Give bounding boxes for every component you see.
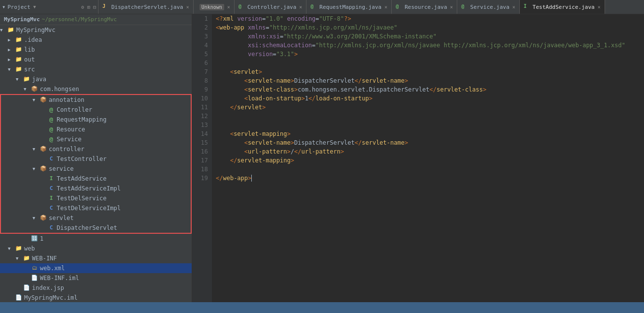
annotation-icon: @ <box>238 3 245 10</box>
code-line-15: <servlet-name>DispatcherServlet</servlet… <box>216 138 644 147</box>
package-icon: 📦 <box>39 214 47 222</box>
code-line-11: </servlet> <box>216 103 644 112</box>
tree-label: Controller <box>57 106 92 113</box>
package-icon: 📦 <box>39 165 47 173</box>
status-bar <box>0 302 644 313</box>
class-icon: C <box>47 224 55 232</box>
tab-close-icon[interactable]: × <box>186 4 189 10</box>
annotation-class-icon: @ <box>47 135 55 143</box>
tree-node-dispatcherservlet[interactable]: C DispatcherServlet <box>1 223 191 233</box>
annotation-class-icon: @ <box>47 106 55 114</box>
tab-unknown[interactable]: Unknown × <box>194 0 235 14</box>
tree-label: out <box>24 56 35 63</box>
tree-node-resource[interactable]: @ Resource <box>1 125 191 134</box>
tree-node-1[interactable]: 🔢 1 <box>0 234 192 244</box>
tree-node-idea[interactable]: ▶ 📁 .idea <box>0 35 192 45</box>
arrow-icon: ▼ <box>33 97 39 102</box>
tree-node-myspringmvc-iml[interactable]: 📄 MySpringMvc.iml <box>0 293 192 302</box>
tree-label: TestDelServiceImpl <box>57 205 121 212</box>
tab-test-add-service[interactable]: I TestAddService.java × <box>520 0 605 14</box>
java-icon: J <box>102 3 109 10</box>
tab-close-icon[interactable]: × <box>450 4 453 10</box>
code-line-3: xmlns:xsi="http://www.w3.org/2001/XMLSch… <box>216 32 644 41</box>
tab-close-icon[interactable]: × <box>227 4 230 10</box>
interface-icon: I <box>47 175 55 183</box>
tree-label: RequestMapping <box>57 116 106 123</box>
tree-node-web-inf-iml[interactable]: 📄 WEB-INF.iml <box>0 273 192 283</box>
code-line-16: <url-pattern>/</url-pattern> <box>216 147 644 156</box>
code-line-4: xsi:schemaLocation="http://xmlns.jcp.org… <box>216 41 644 50</box>
tree-node-java[interactable]: ▼ 📁 java <box>0 74 192 84</box>
tab-label: Controller.java <box>247 4 296 10</box>
tree-node-controller-cls[interactable]: @ Controller <box>1 105 191 115</box>
arrow-icon: ▶ <box>8 57 15 62</box>
tree-node-testaddservice[interactable]: I TestAddService <box>1 174 191 184</box>
tree-node-testdelservice[interactable]: I TestDelService <box>1 193 191 203</box>
tree-node-annotation[interactable]: ▼ 📦 annotation <box>1 95 191 105</box>
tree-node-testdelserviceimpl[interactable]: C TestDelServiceImpl <box>1 203 191 213</box>
tree-node-src[interactable]: ▼ 📁 src <box>0 64 192 74</box>
tab-close-icon[interactable]: × <box>598 4 601 10</box>
tree-label: servlet <box>49 215 74 221</box>
tab-resource[interactable]: @ Resource.java × <box>392 0 457 14</box>
tab-close-icon[interactable]: × <box>384 4 387 10</box>
interface-icon: I <box>47 194 55 202</box>
tab-request-mapping[interactable]: @ RequestMapping.java × <box>306 0 392 14</box>
tree-label: index.jsp <box>32 284 64 291</box>
package-icon: 📦 <box>39 96 47 104</box>
main-layout: MySpringMvc ~/personnel/MySpringMvc ▼ 📁 … <box>0 14 644 302</box>
tree-label: 1 <box>40 235 43 242</box>
tree-node-lib[interactable]: ▶ 📁 lib <box>0 45 192 55</box>
arrow-icon: ▼ <box>33 166 39 171</box>
tree-node-service-pkg[interactable]: ▼ 📦 service <box>1 164 191 174</box>
tree-node-web-inf[interactable]: ▼ 📁 WEB-INF <box>0 253 192 263</box>
line-numbers: 12345 678910 1112131415 16171819 <box>192 14 212 302</box>
project-selector[interactable]: ▾ Project ▼ ⚙ ⊞ ⊟ <box>0 0 99 14</box>
package-icon: 📦 <box>39 145 47 153</box>
code-line-6 <box>216 59 644 67</box>
tree-label: MySpringMvc.iml <box>24 294 77 301</box>
tree-node-out[interactable]: ▶ 📁 out <box>0 55 192 64</box>
unknown-badge: Unknown <box>200 4 224 10</box>
code-line-19: </web-app> <box>216 174 644 183</box>
tree-node-servlet-pkg[interactable]: ▼ 📦 servlet <box>1 213 191 223</box>
tab-close-icon[interactable]: × <box>512 4 515 10</box>
tab-label: Resource.java <box>405 4 447 10</box>
project-tab-label: Project <box>7 4 30 10</box>
outlined-section: ▼ 📦 annotation @ Controller @ RequestMap… <box>0 94 192 234</box>
annotation-icon: @ <box>310 3 317 10</box>
tree-label: TestDelService <box>57 195 106 202</box>
code-line-7: <servlet> <box>216 67 644 76</box>
tree-label: Resource <box>57 126 85 133</box>
arrow-icon: ▼ <box>8 246 15 251</box>
jsp-icon: 📄 <box>23 284 31 292</box>
tree-node-testaddserviceimpl[interactable]: C TestAddServiceImpl <box>1 184 191 193</box>
tree-node-com-hongsen[interactable]: ▼ 📦 com.hongsen <box>0 84 192 94</box>
tab-dispatcher-servlet[interactable]: J DispatcherServlet.java × <box>99 0 194 14</box>
tree-node-index-jsp[interactable]: 📄 index.jsp <box>0 283 192 293</box>
arrow-icon: ▼ <box>33 216 39 220</box>
tab-close-icon[interactable]: × <box>299 4 302 10</box>
code-line-5: version="3.1"> <box>216 50 644 59</box>
tree-node-web[interactable]: ▼ 📁 web <box>0 244 192 253</box>
number-icon: 🔢 <box>31 235 38 243</box>
tab-controller[interactable]: @ Controller.java × <box>235 0 306 14</box>
class-icon: C <box>47 204 55 212</box>
project-folder-icon: 📁 <box>7 26 15 34</box>
tree-node-controller-pkg[interactable]: ▼ 📦 controller <box>1 144 191 154</box>
class-icon: C <box>47 155 55 163</box>
tree-node-web-xml[interactable]: 🗂 web.xml <box>0 263 192 273</box>
code-line-14: <servlet-mapping> <box>216 129 644 138</box>
tree-label: TestAddServiceImpl <box>57 185 121 192</box>
folder-icon: 📁 <box>15 65 23 73</box>
editor-area[interactable]: 12345 678910 1112131415 16171819 <?xml v… <box>192 14 644 302</box>
annotation-class-icon: @ <box>47 116 55 124</box>
tree-label: TestAddService <box>57 175 106 182</box>
code-line-10: <load-on-startup>1</load-on-startup> <box>216 94 644 103</box>
tree-node-requestmapping[interactable]: @ RequestMapping <box>1 115 191 125</box>
tree-node-service-cls[interactable]: @ Service <box>1 134 191 144</box>
tree-node-testcontroller[interactable]: C TestController <box>1 154 191 164</box>
tab-service[interactable]: @ Service.java × <box>457 0 520 14</box>
tree-node-myspringmvc[interactable]: ▼ 📁 MySpringMvc <box>0 25 192 35</box>
arrow-icon: ▼ <box>16 77 23 82</box>
